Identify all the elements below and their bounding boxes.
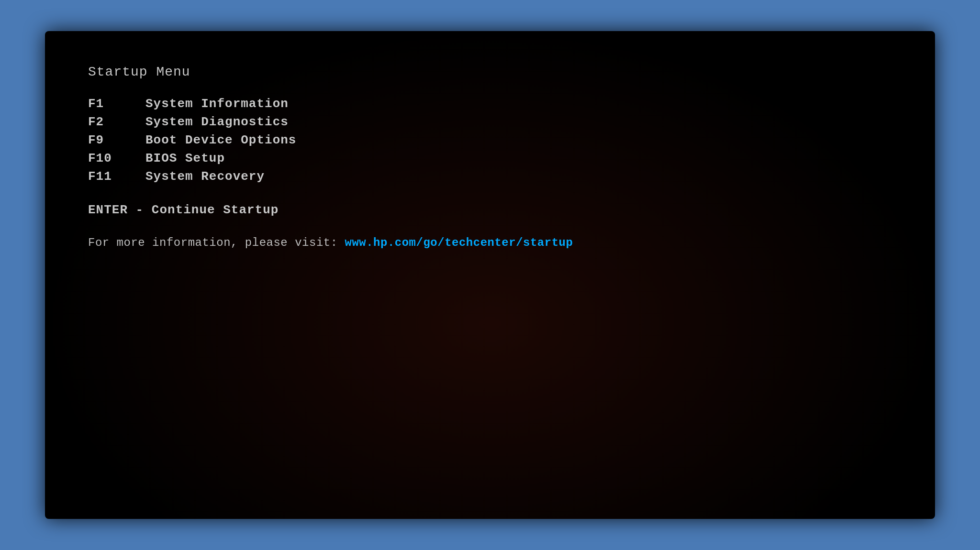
bios-screen: Startup Menu F1System InformationF2Syste… [45, 31, 935, 519]
menu-row[interactable]: F10BIOS Setup [88, 151, 892, 165]
menu-key: F2 [88, 115, 145, 129]
menu-key: F11 [88, 169, 145, 184]
menu-row[interactable]: F9Boot Device Options [88, 133, 892, 147]
enter-continue-line: ENTER - Continue Startup [88, 203, 892, 217]
startup-menu-title: Startup Menu [88, 65, 892, 79]
menu-label: Boot Device Options [145, 133, 296, 147]
screen-content: Startup Menu F1System InformationF2Syste… [45, 31, 935, 283]
menu-key: F1 [88, 97, 145, 111]
info-line: For more information, please visit: www.… [88, 236, 892, 249]
menu-row[interactable]: F1System Information [88, 97, 892, 111]
menu-label: System Information [145, 97, 289, 111]
menu-label: System Diagnostics [145, 115, 289, 129]
menu-label: System Recovery [145, 169, 265, 184]
menu-key: F10 [88, 151, 145, 165]
menu-row[interactable]: F11System Recovery [88, 169, 892, 184]
info-url: www.hp.com/go/techcenter/startup [345, 236, 573, 249]
menu-label: BIOS Setup [145, 151, 225, 165]
menu-table: F1System InformationF2System Diagnostics… [88, 97, 892, 184]
menu-key: F9 [88, 133, 145, 147]
info-prefix: For more information, please visit: [88, 236, 338, 249]
menu-row[interactable]: F2System Diagnostics [88, 115, 892, 129]
